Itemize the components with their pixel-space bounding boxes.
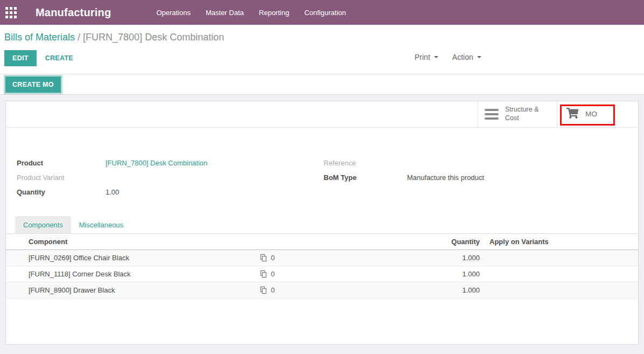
attachment-badge[interactable]: 0 bbox=[259, 254, 291, 262]
form-statusbar: CREATE MO bbox=[0, 74, 644, 95]
structure-cost-button[interactable]: Structure & Cost bbox=[478, 101, 557, 127]
menu-master-data[interactable]: Master Data bbox=[198, 4, 251, 21]
component-cell[interactable]: [FURN_8900] Drawer Black bbox=[6, 286, 259, 294]
breadcrumb-current: [FURN_7800] Desk Combination bbox=[83, 32, 224, 43]
component-cell[interactable]: [FURN_0269] Office Chair Black bbox=[6, 254, 259, 262]
action-dropdown[interactable]: Action bbox=[452, 53, 481, 61]
create-mo-button[interactable]: CREATE MO bbox=[5, 77, 61, 93]
structure-cost-label: Structure & Cost bbox=[505, 106, 550, 122]
badge-count: 0 bbox=[271, 254, 275, 262]
stat-button-box: Structure & Cost MO bbox=[6, 101, 638, 128]
tab-components[interactable]: Components bbox=[15, 216, 71, 233]
table-row[interactable]: [FURN_1118] Corner Desk Black 0 1.000 bbox=[6, 266, 638, 282]
form-field-group: Product [FURN_7800] Desk Combination Pro… bbox=[6, 156, 638, 199]
caret-down-icon bbox=[434, 56, 438, 58]
print-dropdown-label: Print bbox=[415, 53, 430, 61]
notebook: Components Miscellaneous Component Quant… bbox=[6, 216, 638, 299]
table-header-row: Component Quantity Apply on Variants bbox=[6, 234, 638, 250]
mo-button[interactable]: MO bbox=[557, 101, 618, 127]
product-value-link[interactable]: [FURN_7800] Desk Combination bbox=[106, 159, 207, 167]
create-button[interactable]: CREATE bbox=[45, 54, 73, 62]
form-sheet: Structure & Cost MO Product [FURN_7800] … bbox=[5, 101, 639, 345]
menu-configuration[interactable]: Configuration bbox=[297, 4, 353, 21]
attachment-badge[interactable]: 0 bbox=[259, 286, 291, 294]
bom-type-value: Manufacture this product bbox=[407, 173, 484, 182]
header-quantity: Quantity bbox=[291, 238, 489, 246]
content-area: Structure & Cost MO Product [FURN_7800] … bbox=[0, 95, 644, 345]
quantity-cell[interactable]: 1.000 bbox=[291, 270, 489, 278]
tab-miscellaneous[interactable]: Miscellaneous bbox=[71, 216, 131, 233]
quantity-value: 1.00 bbox=[106, 188, 119, 196]
menu-operations[interactable]: Operations bbox=[149, 4, 198, 21]
mo-button-label: MO bbox=[585, 110, 597, 119]
caret-down-icon bbox=[477, 56, 481, 58]
component-cell[interactable]: [FURN_1118] Corner Desk Black bbox=[6, 270, 259, 278]
menu-reporting[interactable]: Reporting bbox=[251, 4, 297, 21]
breadcrumb: Bills of Materials / [FURN_7800] Desk Co… bbox=[0, 25, 644, 46]
attachment-badge[interactable]: 0 bbox=[259, 270, 291, 278]
product-variant-label: Product Variant bbox=[17, 173, 106, 182]
top-navbar: Manufacturing Operations Master Data Rep… bbox=[0, 0, 644, 25]
quantity-label: Quantity bbox=[17, 188, 106, 196]
product-label: Product bbox=[17, 159, 106, 167]
table-row[interactable]: [FURN_0269] Office Chair Black 0 1.000 bbox=[6, 250, 638, 266]
reference-label: Reference bbox=[324, 159, 407, 167]
badge-count: 0 bbox=[271, 270, 275, 278]
breadcrumb-parent-link[interactable]: Bills of Materials bbox=[4, 32, 75, 43]
breadcrumb-separator: / bbox=[78, 32, 83, 43]
quantity-cell[interactable]: 1.000 bbox=[291, 286, 489, 294]
action-dropdown-label: Action bbox=[452, 53, 473, 61]
quantity-cell[interactable]: 1.000 bbox=[291, 254, 489, 262]
copy-pages-icon bbox=[259, 270, 267, 278]
bom-type-label: BoM Type bbox=[324, 173, 407, 182]
app-title: Manufacturing bbox=[36, 6, 111, 19]
header-apply-on-variants: Apply on Variants bbox=[489, 238, 638, 246]
apps-grid-icon[interactable] bbox=[5, 7, 17, 18]
navbar-menus: Operations Master Data Reporting Configu… bbox=[149, 4, 353, 21]
bars-icon bbox=[485, 109, 499, 120]
action-dropdowns: Print Action bbox=[415, 53, 481, 61]
header-component: Component bbox=[6, 238, 259, 246]
components-table: Component Quantity Apply on Variants [FU… bbox=[6, 234, 638, 299]
control-panel: Bills of Materials / [FURN_7800] Desk Co… bbox=[0, 25, 644, 74]
shopping-cart-icon bbox=[566, 108, 579, 121]
table-row[interactable]: [FURN_8900] Drawer Black 0 1.000 bbox=[6, 282, 638, 299]
print-dropdown[interactable]: Print bbox=[415, 53, 438, 61]
copy-pages-icon bbox=[259, 286, 267, 294]
tab-bar: Components Miscellaneous bbox=[6, 216, 638, 234]
edit-button[interactable]: EDIT bbox=[4, 50, 37, 66]
copy-pages-icon bbox=[259, 254, 267, 262]
badge-count: 0 bbox=[271, 286, 275, 294]
